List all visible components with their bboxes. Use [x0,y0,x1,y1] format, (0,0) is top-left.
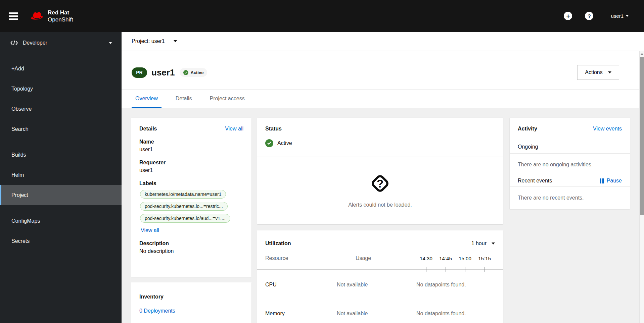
openshift-console: Red Hat OpenShift + ? user1 Developer [0,0,644,323]
project-status-row: Active [265,139,495,147]
code-icon [10,40,18,46]
deployments-link[interactable]: 0 Deployments [139,308,175,314]
labels-view-all-link[interactable]: View all [141,227,159,233]
sidebar-item-helm[interactable]: Helm [0,165,122,185]
resource-usage: Not available [337,282,413,288]
status-badge-label: Active [190,70,203,75]
sidebar-item-configmaps[interactable]: ConfigMaps [0,211,122,231]
sidebar-item-secrets[interactable]: Secrets [0,231,122,251]
sidebar-item-topology[interactable]: Topology [0,79,122,99]
chevron-down-icon [626,15,629,17]
main-area: Project: user1 PR user1 Active Actions O… [122,32,644,323]
actions-button[interactable]: Actions [577,65,619,80]
details-card-title: Details [139,126,157,132]
perspective-label: Developer [23,40,47,46]
pause-icon [600,178,604,183]
scrollbar-thumb[interactable] [640,57,644,215]
sidebar-item-label: Builds [11,152,26,158]
masthead-toolbar: + ? user1 [564,12,644,20]
sidebar-item-label: Secrets [11,238,30,244]
sidebar-item-label: Observe [11,106,32,112]
resource-datapoints: No datapoints found. [413,311,503,317]
resource-usage: Not available [337,311,413,317]
brand-line1: Red Hat [48,9,73,16]
resource-name: CPU [257,282,337,288]
chevron-down-icon [608,71,611,73]
label-chip[interactable]: pod-security.kubernetes.io...=restric... [140,202,228,211]
activity-card-title: Activity [518,126,537,132]
utilization-row-cpu: CPU Not available No datapoints found. [257,282,503,288]
scroll-up-arrow-icon[interactable] [640,53,644,55]
label-chip[interactable]: pod-security.kubernetes.io/aud...=v1.... [140,214,230,223]
sidebar-item-search[interactable]: Search [0,119,122,139]
sidebar-item-project[interactable]: Project [0,185,122,205]
user-menu[interactable]: user1 [611,13,629,19]
tab-label: Details [176,96,192,102]
chevron-down-icon [109,42,112,44]
sidebar-item-label: Topology [11,86,33,92]
masthead: Red Hat OpenShift + ? user1 [0,0,644,32]
activity-card: Activity View events Ongoing There are n… [510,118,630,209]
check-circle-icon [183,70,188,75]
project-selector-label: Project: user1 [132,38,165,44]
duration-value: 1 hour [471,240,487,247]
inventory-card: Inventory 0 Deployments [131,282,251,323]
alerts-empty-message: Alerts could not be loaded. [257,202,503,208]
duration-select[interactable]: 1 hour [471,240,495,247]
redhat-fedora-icon [30,11,44,21]
check-circle-icon [265,139,273,147]
recent-events-empty-message: There are no recent events. [518,195,622,201]
project-status-label: Active [277,140,292,146]
project-selector[interactable]: Project: user1 [122,32,644,51]
sidebar-nav: +Add Topology Observe Search Builds Helm… [0,54,122,251]
sidebar-item-observe[interactable]: Observe [0,99,122,119]
column-usage: Usage [337,255,413,261]
tab-overview[interactable]: Overview [132,90,162,108]
tabs: Overview Details Project access [122,89,644,108]
sidebar-divider [0,208,122,208]
ongoing-label: Ongoing [518,144,538,150]
sidebar-item-label: Search [11,126,29,132]
time-tick-label: 15:15 [475,256,494,261]
detail-value: user1 [139,147,243,153]
time-tick-label: 15:00 [455,256,475,261]
page-title: user1 [151,67,175,78]
details-list: Name user1 Requester user1 Labels kubern… [131,139,251,254]
unknown-alerts-icon: ? [368,172,392,195]
sidebar-item-builds[interactable]: Builds [0,145,122,165]
view-events-link[interactable]: View events [593,126,622,132]
project-resource-badge: PR [132,67,147,78]
card-divider [510,186,630,187]
overview-content: Details View all Name user1 Requester us… [122,108,644,323]
recent-events-section: Recent events Pause [518,178,622,184]
sidebar-item-label: ConfigMaps [11,218,40,224]
sidebar-item-add[interactable]: +Add [0,59,122,79]
help-icon[interactable]: ? [585,12,593,20]
perspective-switcher[interactable]: Developer [0,32,122,54]
time-axis-ticks [257,269,503,270]
page-header: PR user1 Active Actions [122,51,644,89]
brand-line2: OpenShift [48,16,73,23]
brand-text: Red Hat OpenShift [48,9,73,23]
detail-term: Description [139,240,243,247]
vertical-scrollbar[interactable] [639,51,644,323]
quick-create-icon[interactable]: + [564,12,572,20]
detail-value: user1 [139,167,243,173]
menu-toggle-icon[interactable] [9,12,18,20]
pause-events-button[interactable]: Pause [600,178,622,184]
sidebar-item-label: Project [11,192,28,198]
tab-project-access[interactable]: Project access [206,90,248,108]
utilization-card-title: Utilization [265,240,291,247]
details-view-all-link[interactable]: View all [225,126,243,132]
pause-button-label: Pause [607,178,622,184]
chevron-down-icon [174,40,177,42]
status-badge: Active [180,68,207,77]
card-divider [510,153,630,154]
detail-term: Name [139,139,243,145]
label-chip[interactable]: kubernetes.io/metadata.name=user1 [140,190,226,199]
tab-details[interactable]: Details [172,90,196,108]
inventory-card-title: Inventory [139,294,164,300]
sidebar-item-label: +Add [11,66,24,72]
utilization-table-header: Resource Usage 14:30 14:45 15:00 15:15 [257,255,503,261]
sidebar-divider [0,142,122,142]
